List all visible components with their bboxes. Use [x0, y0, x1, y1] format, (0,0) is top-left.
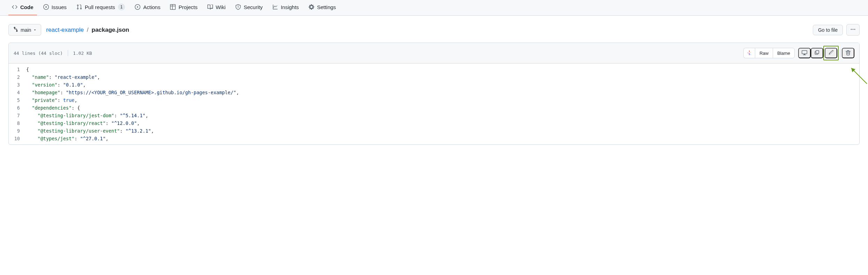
code-line: 8 "@testing-library/react": "^12.0.0",: [9, 119, 859, 127]
line-number[interactable]: 6: [9, 104, 26, 112]
branch-select[interactable]: main: [8, 24, 41, 36]
breadcrumb-group: main react-example / package.json: [8, 24, 129, 36]
tab-actions[interactable]: Actions: [131, 0, 164, 15]
breadcrumb: react-example / package.json: [46, 27, 129, 34]
pencil-icon: [828, 50, 834, 57]
gear-icon: [309, 4, 314, 10]
open-desktop-button[interactable]: [798, 48, 811, 58]
line-number[interactable]: 8: [9, 119, 26, 127]
tab-actions-label: Actions: [143, 4, 160, 10]
line-number[interactable]: 3: [9, 81, 26, 89]
line-number[interactable]: 10: [9, 135, 26, 142]
file-size: 1.02 KB: [73, 51, 92, 56]
copy-button[interactable]: [811, 48, 823, 58]
tab-security[interactable]: Security: [232, 0, 266, 15]
graph-icon: [272, 4, 278, 10]
copy-icon: [814, 50, 820, 57]
file-header-row: main react-example / package.json Go to …: [8, 24, 860, 36]
code-line: 7 "@testing-library/jest-dom": "^5.14.1"…: [9, 112, 859, 119]
file-actions: Go to file: [813, 24, 860, 36]
svg-point-0: [45, 6, 47, 8]
divider: [840, 49, 840, 57]
repo-tabs: Code Issues Pull requests 1 Actions Proj…: [0, 0, 868, 16]
tab-settings[interactable]: Settings: [305, 0, 339, 15]
open-with-codespaces-button[interactable]: [743, 48, 755, 58]
kebab-horizontal-icon: [850, 27, 856, 33]
line-number[interactable]: 4: [9, 89, 26, 96]
line-content: "homepage": "https://<YOUR_ORG_OR_USERNA…: [26, 89, 859, 96]
spark-icon: [746, 50, 752, 57]
line-content: "private": true,: [26, 96, 859, 104]
file-lines: 44 lines (44 sloc): [14, 51, 63, 56]
line-number[interactable]: 1: [9, 66, 26, 73]
divider: [68, 50, 68, 56]
breadcrumb-repo[interactable]: react-example: [46, 27, 84, 33]
file-meta: 44 lines (44 sloc) 1.02 KB: [14, 50, 92, 56]
tab-pulls[interactable]: Pull requests 1: [73, 0, 128, 15]
line-number[interactable]: 2: [9, 73, 26, 81]
code-view[interactable]: 1{2 "name": "react-example",3 "version":…: [9, 64, 859, 144]
tab-insights-label: Insights: [281, 4, 299, 10]
file-box: 44 lines (44 sloc) 1.02 KB Raw Blame: [8, 43, 860, 145]
code-line: 6 "dependencies": {: [9, 104, 859, 112]
svg-point-3: [854, 29, 855, 30]
tab-projects[interactable]: Projects: [167, 0, 201, 15]
play-circle-icon: [135, 4, 140, 10]
line-number[interactable]: 7: [9, 112, 26, 119]
tab-code[interactable]: Code: [8, 0, 37, 15]
line-number[interactable]: 9: [9, 127, 26, 135]
tab-pulls-label: Pull requests: [85, 4, 115, 10]
code-line: 9 "@testing-library/user-event": "^13.2.…: [9, 127, 859, 135]
tab-wiki-label: Wiki: [216, 4, 226, 10]
code-line: 1{: [9, 66, 859, 73]
file-box-header: 44 lines (44 sloc) 1.02 KB Raw Blame: [9, 43, 859, 64]
line-content: "@testing-library/react": "^12.0.0",: [26, 119, 859, 127]
svg-point-1: [851, 29, 852, 30]
shield-icon: [235, 4, 241, 10]
trash-icon: [845, 50, 851, 57]
code-icon: [12, 4, 17, 10]
line-content: "@types/jest": "^27.0.1",: [26, 135, 859, 142]
device-desktop-icon: [802, 50, 807, 57]
line-content: {: [26, 66, 859, 73]
code-line: 4 "homepage": "https://<YOUR_ORG_OR_USER…: [9, 89, 859, 96]
pulls-counter: 1: [118, 3, 125, 10]
file-container: main react-example / package.json Go to …: [0, 16, 868, 153]
go-to-file-button[interactable]: Go to file: [813, 25, 843, 35]
book-icon: [207, 4, 213, 10]
tab-security-label: Security: [244, 4, 263, 10]
git-branch-icon: [13, 27, 19, 33]
delete-file-button[interactable]: [842, 48, 854, 58]
file-toolbar: Raw Blame: [743, 46, 854, 60]
code-line: 3 "version": "0.1.0",: [9, 81, 859, 89]
tab-wiki[interactable]: Wiki: [204, 0, 229, 15]
code-line: 2 "name": "react-example",: [9, 73, 859, 81]
issue-opened-icon: [43, 4, 49, 10]
raw-button[interactable]: Raw: [755, 48, 773, 58]
line-content: "version": "0.1.0",: [26, 81, 859, 89]
table-icon: [170, 4, 176, 10]
tab-settings-label: Settings: [317, 4, 336, 10]
edit-highlight: [823, 46, 839, 60]
tab-insights[interactable]: Insights: [269, 0, 302, 15]
line-content: "@testing-library/jest-dom": "^5.14.1",: [26, 112, 859, 119]
line-content: "name": "react-example",: [26, 73, 859, 81]
code-line: 5 "private": true,: [9, 96, 859, 104]
triangle-down-icon: [33, 27, 37, 33]
line-content: "@testing-library/user-event": "^13.2.1"…: [26, 127, 859, 135]
edit-file-button[interactable]: [825, 48, 837, 58]
code-line: 10 "@types/jest": "^27.0.1",: [9, 135, 859, 142]
branch-name: main: [21, 27, 31, 33]
more-actions-button[interactable]: [846, 24, 860, 36]
tab-projects-label: Projects: [178, 4, 197, 10]
git-pull-request-icon: [76, 4, 82, 10]
breadcrumb-file: package.json: [91, 27, 129, 33]
tab-issues-label: Issues: [52, 4, 67, 10]
blame-button[interactable]: Blame: [773, 48, 795, 58]
tab-issues[interactable]: Issues: [40, 0, 70, 15]
line-number[interactable]: 5: [9, 96, 26, 104]
breadcrumb-sep: /: [87, 27, 89, 33]
line-content: "dependencies": {: [26, 104, 859, 112]
svg-point-2: [853, 29, 854, 30]
tab-code-label: Code: [20, 4, 34, 10]
